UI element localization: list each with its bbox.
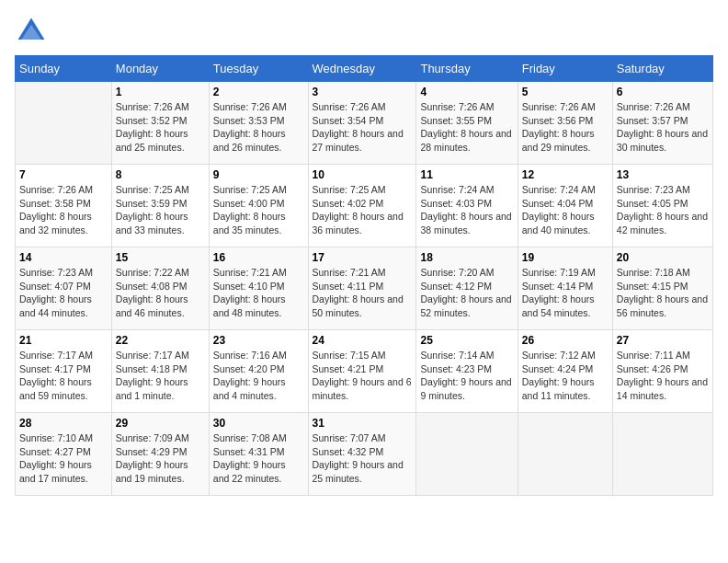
day-info: Sunrise: 7:26 AMSunset: 3:52 PMDaylight:…: [116, 100, 205, 155]
day-number: 18: [420, 251, 513, 264]
calendar-cell: 7 Sunrise: 7:26 AMSunset: 3:58 PMDayligh…: [16, 165, 112, 247]
calendar-cell: 13 Sunrise: 7:23 AMSunset: 4:05 PMDaylig…: [612, 165, 712, 247]
calendar-cell: 4 Sunrise: 7:26 AMSunset: 3:55 PMDayligh…: [416, 82, 518, 165]
header-monday: Monday: [111, 56, 209, 82]
logo: [15, 15, 51, 48]
calendar-cell: 21 Sunrise: 7:17 AMSunset: 4:17 PMDaylig…: [16, 330, 112, 413]
day-number: 25: [420, 334, 513, 347]
day-info: Sunrise: 7:23 AMSunset: 4:07 PMDaylight:…: [19, 266, 108, 320]
day-number: 31: [313, 417, 413, 430]
day-info: Sunrise: 7:18 AMSunset: 4:15 PMDaylight:…: [617, 266, 709, 320]
day-info: Sunrise: 7:26 AMSunset: 3:56 PMDaylight:…: [522, 100, 609, 155]
day-number: 29: [116, 417, 205, 430]
week-row-2: 7 Sunrise: 7:26 AMSunset: 3:58 PMDayligh…: [16, 165, 713, 247]
day-info: Sunrise: 7:25 AMSunset: 4:00 PMDaylight:…: [213, 183, 304, 237]
calendar-cell: [518, 413, 612, 496]
day-number: 21: [19, 334, 108, 347]
day-number: 20: [617, 251, 709, 264]
day-number: 8: [116, 168, 205, 181]
header: [15, 15, 713, 48]
day-number: 7: [19, 168, 108, 181]
calendar-cell: 24 Sunrise: 7:15 AMSunset: 4:21 PMDaylig…: [308, 330, 416, 413]
calendar-cell: 1 Sunrise: 7:26 AMSunset: 3:52 PMDayligh…: [111, 82, 209, 165]
calendar-cell: [16, 82, 112, 165]
day-info: Sunrise: 7:26 AMSunset: 3:53 PMDaylight:…: [213, 100, 304, 155]
week-row-3: 14 Sunrise: 7:23 AMSunset: 4:07 PMDaylig…: [16, 247, 713, 330]
day-info: Sunrise: 7:16 AMSunset: 4:20 PMDaylight:…: [213, 349, 304, 403]
day-info: Sunrise: 7:21 AMSunset: 4:10 PMDaylight:…: [213, 266, 304, 320]
calendar-cell: 19 Sunrise: 7:19 AMSunset: 4:14 PMDaylig…: [518, 247, 612, 330]
day-number: 9: [213, 168, 304, 181]
day-number: 19: [522, 251, 609, 264]
day-number: 14: [19, 251, 108, 264]
calendar-cell: 2 Sunrise: 7:26 AMSunset: 3:53 PMDayligh…: [209, 82, 308, 165]
day-number: 23: [213, 334, 304, 347]
calendar-cell: 23 Sunrise: 7:16 AMSunset: 4:20 PMDaylig…: [209, 330, 308, 413]
calendar-cell: [612, 413, 712, 496]
day-number: 2: [213, 86, 304, 98]
week-row-4: 21 Sunrise: 7:17 AMSunset: 4:17 PMDaylig…: [16, 330, 713, 413]
day-info: Sunrise: 7:10 AMSunset: 4:27 PMDaylight:…: [19, 431, 108, 486]
calendar-cell: 31 Sunrise: 7:07 AMSunset: 4:32 PMDaylig…: [308, 413, 416, 496]
day-number: 30: [213, 417, 304, 430]
day-number: 10: [313, 168, 413, 181]
day-info: Sunrise: 7:26 AMSunset: 3:55 PMDaylight:…: [420, 100, 513, 155]
calendar-cell: 3 Sunrise: 7:26 AMSunset: 3:54 PMDayligh…: [308, 82, 416, 165]
calendar-cell: 11 Sunrise: 7:24 AMSunset: 4:03 PMDaylig…: [416, 165, 518, 247]
day-number: 3: [313, 86, 413, 98]
header-wednesday: Wednesday: [308, 56, 416, 82]
header-friday: Friday: [518, 56, 612, 82]
day-info: Sunrise: 7:14 AMSunset: 4:23 PMDaylight:…: [420, 349, 513, 403]
day-info: Sunrise: 7:24 AMSunset: 4:03 PMDaylight:…: [420, 183, 513, 237]
calendar-cell: [416, 413, 518, 496]
calendar-cell: 18 Sunrise: 7:20 AMSunset: 4:12 PMDaylig…: [416, 247, 518, 330]
day-info: Sunrise: 7:17 AMSunset: 4:18 PMDaylight:…: [116, 349, 205, 403]
day-info: Sunrise: 7:20 AMSunset: 4:12 PMDaylight:…: [420, 266, 513, 320]
day-number: 15: [116, 251, 205, 264]
header-tuesday: Tuesday: [209, 56, 308, 82]
week-row-1: 1 Sunrise: 7:26 AMSunset: 3:52 PMDayligh…: [16, 82, 713, 165]
calendar-cell: 6 Sunrise: 7:26 AMSunset: 3:57 PMDayligh…: [612, 82, 712, 165]
day-info: Sunrise: 7:19 AMSunset: 4:14 PMDaylight:…: [522, 266, 609, 320]
week-row-5: 28 Sunrise: 7:10 AMSunset: 4:27 PMDaylig…: [16, 413, 713, 496]
day-number: 16: [213, 251, 304, 264]
calendar-cell: 29 Sunrise: 7:09 AMSunset: 4:29 PMDaylig…: [111, 413, 209, 496]
calendar-cell: 10 Sunrise: 7:25 AMSunset: 4:02 PMDaylig…: [308, 165, 416, 247]
day-number: 28: [19, 417, 108, 430]
day-info: Sunrise: 7:11 AMSunset: 4:26 PMDaylight:…: [617, 349, 709, 403]
day-number: 24: [313, 334, 413, 347]
header-sunday: Sunday: [16, 56, 112, 82]
calendar-cell: 22 Sunrise: 7:17 AMSunset: 4:18 PMDaylig…: [111, 330, 209, 413]
day-info: Sunrise: 7:26 AMSunset: 3:54 PMDaylight:…: [313, 100, 413, 155]
day-info: Sunrise: 7:26 AMSunset: 3:57 PMDaylight:…: [617, 100, 709, 155]
calendar-cell: 9 Sunrise: 7:25 AMSunset: 4:00 PMDayligh…: [209, 165, 308, 247]
day-number: 1: [116, 86, 205, 98]
day-number: 27: [617, 334, 709, 347]
header-saturday: Saturday: [612, 56, 712, 82]
calendar-cell: 8 Sunrise: 7:25 AMSunset: 3:59 PMDayligh…: [111, 165, 209, 247]
calendar-cell: 27 Sunrise: 7:11 AMSunset: 4:26 PMDaylig…: [612, 330, 712, 413]
calendar-cell: 17 Sunrise: 7:21 AMSunset: 4:11 PMDaylig…: [308, 247, 416, 330]
calendar-cell: 16 Sunrise: 7:21 AMSunset: 4:10 PMDaylig…: [209, 247, 308, 330]
day-info: Sunrise: 7:22 AMSunset: 4:08 PMDaylight:…: [116, 266, 205, 320]
day-info: Sunrise: 7:25 AMSunset: 4:02 PMDaylight:…: [313, 183, 413, 237]
day-number: 22: [116, 334, 205, 347]
logo-icon: [15, 15, 48, 48]
day-number: 11: [420, 168, 513, 181]
calendar-cell: 30 Sunrise: 7:08 AMSunset: 4:31 PMDaylig…: [209, 413, 308, 496]
day-info: Sunrise: 7:12 AMSunset: 4:24 PMDaylight:…: [522, 349, 609, 403]
calendar-cell: 20 Sunrise: 7:18 AMSunset: 4:15 PMDaylig…: [612, 247, 712, 330]
day-info: Sunrise: 7:25 AMSunset: 3:59 PMDaylight:…: [116, 183, 205, 237]
day-number: 17: [313, 251, 413, 264]
day-info: Sunrise: 7:15 AMSunset: 4:21 PMDaylight:…: [313, 349, 413, 403]
day-number: 6: [617, 86, 709, 98]
day-number: 12: [522, 168, 609, 181]
calendar-cell: 26 Sunrise: 7:12 AMSunset: 4:24 PMDaylig…: [518, 330, 612, 413]
calendar-cell: 15 Sunrise: 7:22 AMSunset: 4:08 PMDaylig…: [111, 247, 209, 330]
day-info: Sunrise: 7:07 AMSunset: 4:32 PMDaylight:…: [313, 431, 413, 486]
calendar-cell: 12 Sunrise: 7:24 AMSunset: 4:04 PMDaylig…: [518, 165, 612, 247]
day-number: 4: [420, 86, 513, 98]
calendar-cell: 28 Sunrise: 7:10 AMSunset: 4:27 PMDaylig…: [16, 413, 112, 496]
day-number: 26: [522, 334, 609, 347]
day-info: Sunrise: 7:23 AMSunset: 4:05 PMDaylight:…: [617, 183, 709, 237]
